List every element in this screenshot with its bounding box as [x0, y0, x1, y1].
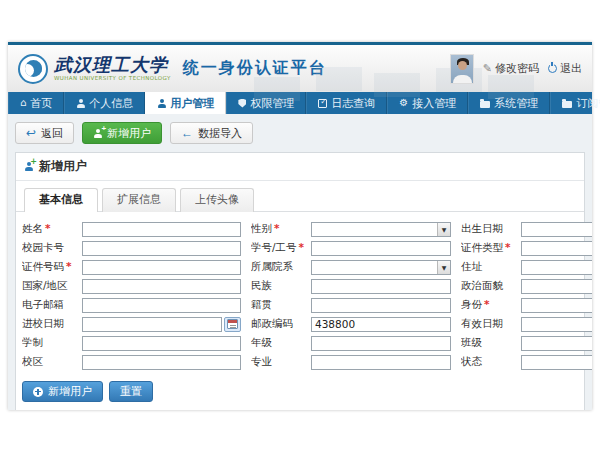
- identity-input[interactable]: [521, 298, 592, 313]
- field-valid-date: 有效日期: [461, 316, 592, 332]
- back-label: 返回: [41, 126, 63, 141]
- field-major: 专业: [251, 354, 451, 370]
- field-label-class: 班级: [461, 336, 521, 350]
- political-status-input[interactable]: [521, 279, 592, 294]
- back-button[interactable]: ↩ 返回: [15, 122, 74, 144]
- gender-select[interactable]: ▼: [311, 222, 451, 237]
- tab-basic-info[interactable]: 基本信息: [24, 188, 98, 212]
- grade-input[interactable]: [311, 336, 451, 351]
- person-plus-icon: +: [93, 129, 102, 138]
- nav-label: 权限管理: [250, 96, 294, 111]
- nav-tab-subscription-management[interactable]: 订阅管理: [550, 92, 600, 114]
- valid-date-input[interactable]: [521, 317, 592, 332]
- logout-link[interactable]: 退出: [548, 61, 582, 76]
- avatar-head: [458, 61, 467, 70]
- nav-tab-home[interactable]: ⌂ 首页: [8, 92, 64, 114]
- field-entry-date: 进校日期: [22, 316, 241, 332]
- plus-circle-icon: [33, 387, 43, 397]
- campus-input[interactable]: [82, 355, 241, 370]
- platform-title: 统一身份认证平台: [183, 58, 327, 79]
- nav-tab-personal-info[interactable]: 个人信息: [64, 92, 145, 114]
- id-type-input[interactable]: [521, 241, 592, 256]
- chevron-down-icon: ▼: [437, 223, 450, 236]
- field-label-ethnicity: 民族: [251, 279, 311, 293]
- major-input[interactable]: [311, 355, 451, 370]
- change-password-link[interactable]: ✎ 修改密码: [483, 61, 539, 76]
- department-select[interactable]: ▼: [311, 260, 451, 275]
- logout-label: 退出: [560, 61, 582, 76]
- calendar-icon[interactable]: [224, 317, 241, 332]
- birth-date-input[interactable]: [521, 222, 592, 237]
- reset-button[interactable]: 重置: [109, 381, 153, 402]
- field-label-name: 姓名*: [22, 222, 82, 236]
- change-password-label: 修改密码: [495, 61, 539, 76]
- field-label-student-id: 学号/工号*: [251, 241, 311, 255]
- nav-tab-access-management[interactable]: ⚙ 接入管理: [387, 92, 468, 114]
- field-label-campus: 校区: [22, 355, 82, 369]
- postal-code-input[interactable]: [311, 317, 451, 332]
- entry-date-group: [82, 317, 241, 332]
- address-input[interactable]: [521, 260, 592, 275]
- add-user-toolbar-button[interactable]: + 新增用户: [82, 122, 162, 144]
- field-grade: 年级: [251, 335, 451, 351]
- field-gender: 性别* ▼: [251, 221, 451, 237]
- nav-label: 接入管理: [412, 96, 456, 111]
- user-avatar[interactable]: [450, 54, 474, 84]
- education-length-input[interactable]: [82, 336, 241, 351]
- nav-label: 订阅管理: [576, 96, 600, 111]
- status-input[interactable]: [521, 355, 592, 370]
- field-id-number: 证件号码*: [22, 259, 241, 275]
- field-birth-date: 出生日期: [461, 221, 592, 237]
- pencil-icon: ✎: [483, 62, 492, 75]
- nav-tab-permission-management[interactable]: 权限管理: [226, 92, 306, 114]
- arrow-left-icon: ←: [181, 127, 193, 139]
- campus-card-no-input[interactable]: [82, 241, 241, 256]
- field-campus: 校区: [22, 354, 241, 370]
- field-id-type: 证件类型*: [461, 240, 592, 256]
- field-country-region: 国家/地区: [22, 278, 241, 294]
- birth-date-group: [521, 222, 592, 237]
- avatar-shirt: [453, 75, 472, 84]
- app-header: 武汉理工大学 WUHAN UNIVERSITY OF TECHNOLOGY 统一…: [8, 45, 592, 92]
- nav-label: 个人信息: [89, 96, 133, 111]
- email-input[interactable]: [82, 298, 241, 313]
- nav-tab-system-management[interactable]: 系统管理: [468, 92, 550, 114]
- submit-label: 新增用户: [48, 384, 92, 399]
- nav-tab-user-management[interactable]: 用户管理: [145, 92, 226, 114]
- field-department: 所属院系 ▼: [251, 259, 451, 275]
- country-region-input[interactable]: [82, 279, 241, 294]
- id-number-input[interactable]: [82, 260, 241, 275]
- field-label-education-length: 学制: [22, 336, 82, 350]
- name-input[interactable]: [82, 222, 241, 237]
- calendar-glyph: [227, 319, 238, 329]
- header-right: ✎ 修改密码 退出: [450, 54, 582, 84]
- field-label-birth-date: 出生日期: [461, 222, 521, 236]
- tab-upload-avatar[interactable]: 上传头像: [180, 188, 254, 212]
- panel-tabs: 基本信息 扩展信息 上传头像: [16, 181, 584, 212]
- data-import-label: 数据导入: [198, 126, 242, 141]
- content-area: ↩ 返回 + 新增用户 ← 数据导入 + 新增用户 基本信息 扩展信息 上传头像: [8, 114, 592, 410]
- data-import-button[interactable]: ← 数据导入: [170, 122, 253, 144]
- nav-label: 首页: [30, 96, 52, 111]
- nav-tab-log-query[interactable]: 日志查询: [306, 92, 387, 114]
- entry-date-input[interactable]: [82, 317, 222, 332]
- field-label-identity: 身份*: [461, 298, 521, 312]
- student-id-input[interactable]: [311, 241, 451, 256]
- add-user-label: 新增用户: [107, 126, 151, 141]
- university-name-block: 武汉理工大学 WUHAN UNIVERSITY OF TECHNOLOGY: [54, 56, 171, 82]
- main-nav: ⌂ 首页 个人信息 用户管理 权限管理 日志查询 ⚙ 接入管理 系统管理: [8, 92, 592, 114]
- field-postal-code: 邮政编码: [251, 316, 451, 332]
- submit-add-user-button[interactable]: 新增用户: [22, 381, 103, 402]
- tab-extended-info[interactable]: 扩展信息: [102, 188, 176, 212]
- field-label-email: 电子邮箱: [22, 298, 82, 312]
- add-user-panel: + 新增用户 基本信息 扩展信息 上传头像 姓名* 性别* ▼ 出生日期: [15, 152, 585, 410]
- university-name-cn: 武汉理工大学: [54, 56, 171, 74]
- field-political-status: 政治面貌: [461, 278, 592, 294]
- class-input[interactable]: [521, 336, 592, 351]
- checklist-icon: [318, 99, 327, 108]
- person-icon: [157, 99, 166, 108]
- field-label-native-place: 籍贯: [251, 298, 311, 312]
- ethnicity-input[interactable]: [311, 279, 451, 294]
- native-place-input[interactable]: [311, 298, 451, 313]
- field-email: 电子邮箱: [22, 297, 241, 313]
